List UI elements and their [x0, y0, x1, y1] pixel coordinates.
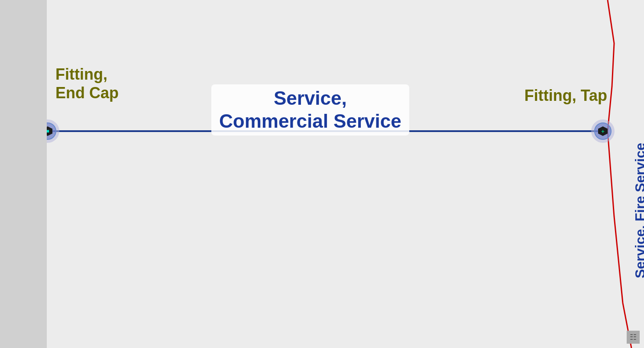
end-cap-label-line2: End Cap [55, 84, 119, 102]
tap-hex: + [598, 126, 608, 136]
end-cap-hex: ■ [47, 126, 52, 136]
end-cap-icon: ■ [47, 128, 49, 134]
end-cap-label: Fitting, End Cap [55, 65, 119, 102]
fire-service-label: Service, Fire Service [632, 143, 644, 278]
map-mini-icon[interactable]: ☷ [627, 331, 640, 344]
commercial-label-line1: Service, [219, 87, 401, 110]
sidebar-panel [0, 0, 47, 348]
fire-service-line [608, 0, 631, 348]
map-canvas[interactable]: ■ Fitting, End Cap Service, Commercial S… [47, 0, 644, 348]
fire-service-label-text: Service, Fire Service [632, 143, 644, 278]
end-cap-node[interactable]: ■ [47, 119, 59, 143]
tap-node[interactable]: + [591, 119, 615, 143]
end-cap-label-line1: Fitting, [55, 65, 119, 84]
commercial-service-label: Service, Commercial Service [211, 84, 409, 135]
tap-icon: + [601, 128, 605, 135]
commercial-label-line2: Commercial Service [219, 110, 401, 133]
tap-inner: + [594, 122, 612, 140]
lines-layer [47, 0, 644, 348]
tap-label-text: Fitting, Tap [524, 87, 607, 105]
tap-label: Fitting, Tap [524, 87, 607, 105]
